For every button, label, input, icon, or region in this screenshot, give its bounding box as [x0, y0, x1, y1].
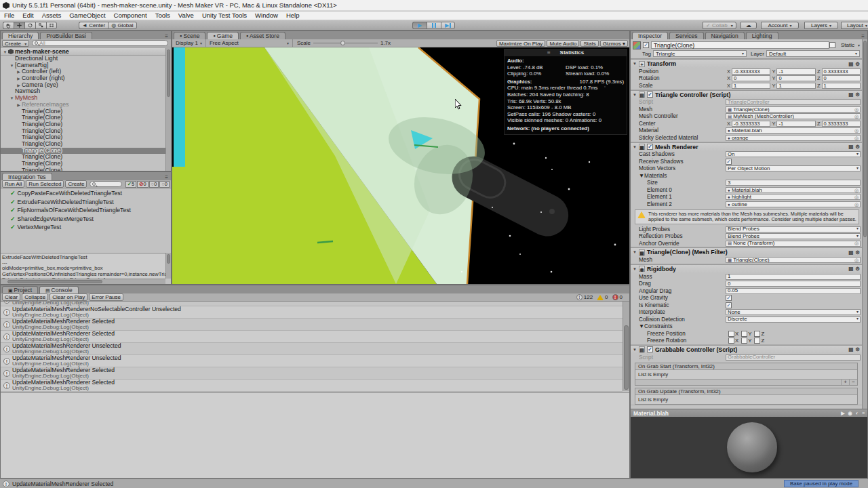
menu-assets[interactable]: Assets: [38, 12, 66, 20]
value-field[interactable]: 3: [726, 180, 861, 186]
tab-console[interactable]: ▤ Console: [39, 286, 79, 293]
gear-icon[interactable]: ⚙: [855, 249, 860, 256]
object-picker-icon[interactable]: ◎: [854, 128, 859, 134]
foldout-icon[interactable]: ▼: [631, 348, 639, 352]
gear-icon[interactable]: ⚙: [855, 144, 860, 150]
component-header[interactable]: ▼▦Mesh Renderer▤⚙: [631, 143, 862, 151]
console-log-entry[interactable]: !UpdateMaterialMeshRenderer SelectedUnit…: [1, 331, 623, 343]
slider-thumb[interactable]: [340, 41, 345, 45]
vector-x-field[interactable]: -0.3333333: [732, 68, 770, 75]
gear-icon[interactable]: ⚙: [855, 61, 860, 67]
reference-icon[interactable]: ▤: [848, 92, 853, 98]
menu-component[interactable]: Component: [110, 12, 151, 20]
test-list-item[interactable]: ✓VertexMergeTest: [1, 223, 171, 232]
menu-valve[interactable]: Valve: [174, 12, 198, 20]
warning-count-icon[interactable]: [597, 295, 604, 300]
tab-integration-tests[interactable]: Integration Tes: [2, 173, 52, 180]
foldout-icon[interactable]: ▼: [639, 323, 644, 329]
move-tool-button[interactable]: [14, 22, 24, 29]
step-button[interactable]: ▶: [441, 22, 455, 29]
foldout-icon[interactable]: ▼: [631, 250, 639, 254]
add-entry-button[interactable]: +: [841, 380, 849, 385]
freeze-y-checkbox[interactable]: [741, 338, 747, 344]
preview-light-icon[interactable]: ◐: [856, 411, 859, 415]
bake-status-button[interactable]: Bake paused in play mode: [784, 480, 859, 487]
panel-menu-icon[interactable]: ≡: [859, 33, 867, 39]
active-checkbox[interactable]: [643, 42, 649, 48]
preview-menu-icon[interactable]: ≡: [862, 411, 865, 415]
object-field[interactable]: ●orange◎: [726, 135, 861, 141]
object-field[interactable]: ●Material.blah◎: [726, 187, 861, 193]
vector-x-field[interactable]: 1: [732, 83, 770, 89]
console-log-entry[interactable]: !UpdateMaterialMeshRenderer SelectedUnit…: [1, 380, 623, 392]
material-preview-header[interactable]: Material.blah ▶◉◐≡: [631, 409, 867, 417]
scroll-thumb[interactable]: [624, 325, 629, 390]
foldout-icon[interactable]: ▼: [639, 173, 644, 179]
foldout-icon[interactable]: ▼: [631, 145, 639, 149]
component-header[interactable]: ▼+Transform▤⚙: [631, 60, 862, 68]
vector-x-field[interactable]: -0.3333333: [732, 121, 770, 127]
object-picker-icon[interactable]: ◎: [854, 202, 859, 207]
vector-z-field[interactable]: 0.3333333: [822, 121, 861, 127]
layers-dropdown[interactable]: Layers▾: [804, 22, 838, 29]
test-result-badge[interactable]: ✓5: [125, 181, 136, 188]
object-field[interactable]: ▤None (Transform)◎: [726, 241, 861, 247]
menu-gameobject[interactable]: GameObject: [65, 12, 109, 20]
test-run-all-button[interactable]: Run All: [2, 180, 24, 188]
console-log-entry[interactable]: !UpdateMaterialMeshRenderer SelectedUnit…: [1, 367, 623, 380]
test-result-badge[interactable]: ⊘0: [137, 181, 148, 188]
scroll-thumb[interactable]: [7, 280, 102, 283]
tab-navigation[interactable]: Navigation: [705, 32, 745, 39]
component-enabled-checkbox[interactable]: [647, 346, 653, 352]
dropdown-field[interactable]: On▾: [726, 151, 861, 157]
tab-inspector[interactable]: Inspector: [632, 32, 668, 39]
reference-icon[interactable]: ▤: [848, 144, 853, 150]
hierarchy-scrollbar[interactable]: [165, 48, 171, 171]
scroll-thumb[interactable]: [167, 49, 170, 97]
game-stats-button[interactable]: Stats: [580, 40, 598, 47]
console-log-entry[interactable]: !UpdateMaterialMeshRendererNoSelectableC…: [1, 306, 623, 319]
pause-button[interactable]: [427, 22, 441, 29]
freeze-x-checkbox[interactable]: [728, 338, 734, 344]
object-field[interactable]: ●Material.blah◎: [726, 127, 861, 134]
test-result-badge[interactable]: ○0: [159, 181, 170, 188]
console-log-entry[interactable]: !UpdateMaterialMeshRenderer UnselectedUn…: [1, 355, 623, 367]
game-gizmos-button[interactable]: Gizmos ▾: [600, 40, 628, 47]
object-picker-icon[interactable]: ◎: [854, 195, 859, 200]
console-clear-on-play-button[interactable]: Clear on Play: [50, 293, 87, 301]
test-search-input[interactable]: [90, 181, 121, 187]
vector-y-field[interactable]: 0: [776, 75, 815, 81]
reference-icon[interactable]: ▤: [848, 266, 853, 272]
tag-dropdown[interactable]: Triangle▾: [653, 50, 747, 57]
preview-play-icon[interactable]: ▶: [841, 411, 844, 415]
foldout-icon[interactable]: ▼: [631, 62, 639, 66]
error-count-icon[interactable]: !: [612, 294, 618, 300]
object-picker-icon[interactable]: ◎: [854, 241, 859, 246]
value-field[interactable]: 1: [726, 274, 861, 280]
test-detail-hscrollbar[interactable]: [1, 279, 165, 284]
static-dropdown-icon[interactable]: ▾: [858, 43, 860, 47]
menu-tools[interactable]: Tools: [151, 12, 174, 20]
test-create-button[interactable]: Create: [65, 180, 87, 188]
test-list-item[interactable]: ✓SharedEdgeVertexMergeTest: [1, 215, 171, 224]
scale-tool-button[interactable]: [35, 22, 46, 29]
console-log-entry[interactable]: !UpdateMaterialMeshRenderer SelectedUnit…: [1, 319, 623, 331]
gear-icon[interactable]: ⚙: [855, 92, 860, 98]
menu-edit[interactable]: Edit: [18, 12, 37, 20]
freeze-z-checkbox[interactable]: [754, 338, 760, 344]
dropdown-field[interactable]: Per Object Motion▾: [726, 165, 861, 171]
tab-lighting[interactable]: Lighting: [746, 32, 778, 39]
value-field[interactable]: 0: [726, 281, 861, 287]
object-field[interactable]: ●outline◎: [726, 201, 861, 207]
create-button[interactable]: Create ▾: [2, 40, 29, 47]
dropdown-field[interactable]: Discrete▾: [726, 317, 861, 323]
test-list-item[interactable]: ✓FlipNormalsOfFaceWithDeletedTriangleTes…: [1, 206, 171, 215]
tab-asset-store[interactable]: ▪ Asset Store: [240, 32, 285, 39]
object-picker-icon[interactable]: ◎: [854, 114, 859, 119]
panel-menu-icon[interactable]: ≡: [162, 174, 171, 180]
vector-y-field[interactable]: -1: [776, 68, 815, 75]
value-field[interactable]: GrabbableController: [726, 354, 861, 361]
checkbox[interactable]: [726, 302, 732, 308]
dropdown-field[interactable]: Blend Probes▾: [726, 226, 861, 232]
gameobject-name-field[interactable]: Triangle(Clone): [651, 41, 829, 49]
